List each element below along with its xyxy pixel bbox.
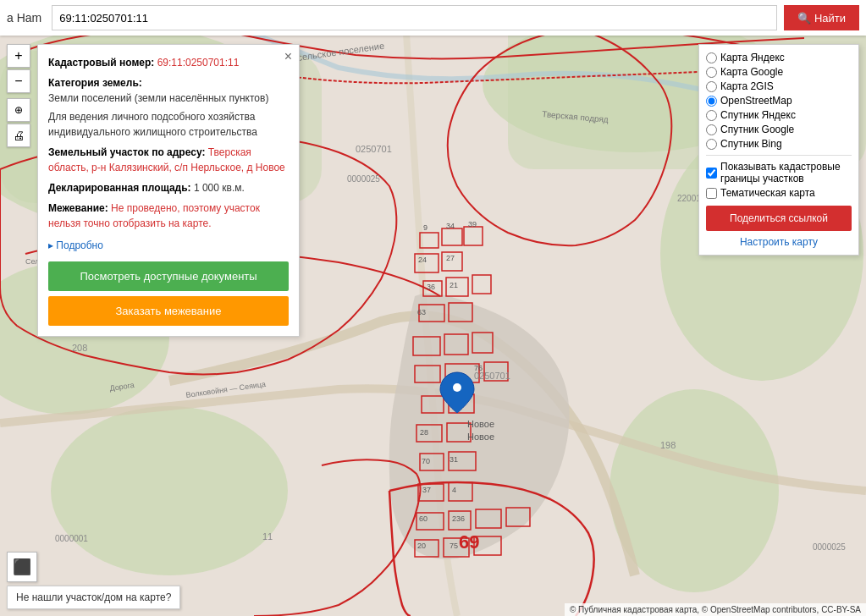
category-row: Категория земель: Земли поселений (земли… xyxy=(48,75,289,106)
print-button[interactable]: 🖨 xyxy=(7,124,30,147)
right-panel: Карта Яндекс Карта Google Карта 2GIS Ope… xyxy=(698,44,859,256)
svg-text:27: 27 xyxy=(446,254,455,262)
bottom-left: ⬛ Не нашли участок/дом на карте? xyxy=(7,552,180,609)
print-icon: 🖨 xyxy=(13,129,25,142)
map-option-satellite-yandex[interactable]: Спутник Яндекс xyxy=(706,109,852,121)
map-option-satellite-bing[interactable]: Спутник Bing xyxy=(706,138,852,150)
cadastral-label: Кадастровый номер: xyxy=(48,57,154,69)
cadastral-number-row: Кадастровый номер: 69:11:0250701:11 xyxy=(48,55,289,70)
map-type-options: Карта Яндекс Карта Google Карта 2GIS Ope… xyxy=(706,52,852,150)
screenshot-button[interactable]: ⬛ xyxy=(7,552,37,582)
svg-text:36: 36 xyxy=(427,283,435,291)
tab-hint: a Ham xyxy=(7,11,41,25)
svg-point-78 xyxy=(453,383,461,392)
svg-text:198: 198 xyxy=(660,440,676,450)
cadastral-borders-checkbox[interactable]: Показывать кадастровые границы участков xyxy=(706,161,852,184)
search-button[interactable]: 🔍 Найти xyxy=(784,5,859,30)
svg-text:70: 70 xyxy=(422,457,430,465)
svg-text:236: 236 xyxy=(452,514,465,523)
area-label: Декларированная площадь: xyxy=(48,182,191,194)
address-row: Земельный участок по адресу: Тверская об… xyxy=(48,145,289,175)
svg-text:39: 39 xyxy=(468,220,477,228)
svg-text:60: 60 xyxy=(419,514,427,523)
svg-text:Новое: Новое xyxy=(467,432,494,442)
documents-button[interactable]: Посмотреть доступные документы xyxy=(48,261,289,291)
top-bar: a Ham 🔍 Найти xyxy=(0,0,866,36)
zoom-out-button[interactable]: − xyxy=(7,69,30,93)
locate-icon: ⊕ xyxy=(14,104,23,116)
details-row: ▸ Подробно xyxy=(48,234,289,253)
divider-1 xyxy=(706,155,852,156)
svg-text:69: 69 xyxy=(459,531,479,553)
svg-text:63: 63 xyxy=(417,308,426,316)
map-option-satellite-google[interactable]: Спутник Google xyxy=(706,124,852,135)
area-value: 1 000 кв.м. xyxy=(194,182,245,194)
address-label: Земельный участок по адресу: xyxy=(48,146,205,158)
map-option-osm[interactable]: OpenStreetMap xyxy=(706,95,852,107)
svg-text:11: 11 xyxy=(262,531,273,542)
not-found-bar: Не нашли участок/дом на карте? xyxy=(7,586,180,609)
svg-text:28: 28 xyxy=(420,428,428,437)
screenshot-icon: ⬛ xyxy=(13,558,31,576)
locate-button[interactable]: ⊕ xyxy=(7,98,30,122)
survey-order-button[interactable]: Заказать межевание xyxy=(48,296,289,326)
svg-point-3 xyxy=(51,406,288,575)
svg-text:0000025: 0000025 xyxy=(347,174,380,184)
svg-text:22001: 22001 xyxy=(677,194,701,203)
zoom-out-icon: − xyxy=(14,74,22,89)
left-controls: + − ⊕ 🖨 xyxy=(7,44,30,147)
details-arrow-icon: ▸ xyxy=(48,239,53,251)
svg-text:4: 4 xyxy=(452,486,456,494)
copyright-bar: © Публичная кадастровая карта, © OpenStr… xyxy=(565,603,866,616)
svg-text:34: 34 xyxy=(446,222,455,230)
permitted-use-value: Для ведения личного подсобного хозяйства… xyxy=(48,111,257,138)
not-found-text: Не нашли участок/дом на карте? xyxy=(16,591,171,603)
search-input[interactable] xyxy=(52,5,777,30)
map-option-2gis[interactable]: Карта 2GIS xyxy=(706,80,852,92)
info-panel: × Кадастровый номер: 69:11:0250701:11 Ка… xyxy=(37,44,300,337)
category-value: Земли поселений (земли населённых пункто… xyxy=(48,92,268,104)
close-icon: × xyxy=(284,49,292,63)
svg-text:76: 76 xyxy=(474,364,483,372)
svg-text:37: 37 xyxy=(422,486,431,494)
svg-text:75: 75 xyxy=(450,542,458,550)
cadastral-number-link[interactable]: 69:11:0250701:11 xyxy=(157,57,240,69)
survey-row: Межевание: Не проведено, поэтому участок… xyxy=(48,201,289,231)
svg-text:Новое: Новое xyxy=(467,419,494,429)
svg-text:9: 9 xyxy=(423,223,427,232)
info-panel-close-button[interactable]: × xyxy=(284,50,292,63)
svg-text:20: 20 xyxy=(417,542,426,550)
svg-text:21: 21 xyxy=(450,281,458,289)
svg-text:24: 24 xyxy=(418,256,427,264)
svg-text:31: 31 xyxy=(450,455,458,464)
svg-text:0250701: 0250701 xyxy=(356,144,392,154)
map-option-yandex[interactable]: Карта Яндекс xyxy=(706,52,852,63)
survey-label: Межевание: xyxy=(48,202,108,214)
zoom-in-button[interactable]: + xyxy=(7,44,30,68)
svg-text:0000001: 0000001 xyxy=(55,534,88,543)
thematic-map-checkbox[interactable]: Тематическая карта xyxy=(706,187,852,199)
category-label: Категория земель: xyxy=(48,77,142,89)
zoom-in-icon: + xyxy=(14,48,22,63)
svg-text:0000025: 0000025 xyxy=(813,542,846,552)
map-option-google[interactable]: Карта Google xyxy=(706,66,852,78)
area-row: Декларированная площадь: 1 000 кв.м. xyxy=(48,180,289,195)
svg-text:208: 208 xyxy=(72,343,87,353)
map-settings-link[interactable]: Настроить карту xyxy=(706,236,852,248)
share-link-button[interactable]: Поделиться ссылкой xyxy=(706,206,852,231)
permitted-use-row: Для ведения личного подсобного хозяйства… xyxy=(48,109,289,140)
details-link[interactable]: ▸ Подробно xyxy=(48,238,103,253)
search-icon: 🔍 xyxy=(797,12,811,25)
copyright-text: © Публичная кадастровая карта, © OpenStr… xyxy=(570,605,861,614)
